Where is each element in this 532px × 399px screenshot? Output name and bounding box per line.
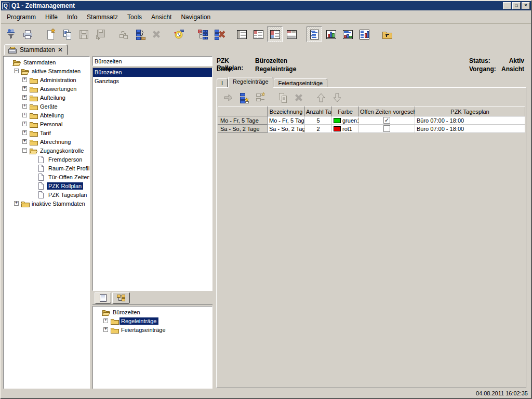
print-icon[interactable] bbox=[20, 26, 35, 42]
view-tab-orgtree-tab-icon[interactable] bbox=[112, 292, 130, 304]
close-button[interactable]: × bbox=[522, 2, 530, 9]
detail-toolbar bbox=[217, 89, 526, 107]
collapse-minus-icon[interactable]: − bbox=[22, 148, 27, 153]
detach-entry-icon bbox=[115, 26, 131, 42]
expand-plus-icon[interactable]: + bbox=[103, 318, 108, 323]
menu-ansicht[interactable]: Ansicht bbox=[147, 12, 176, 22]
tree-item-pzk-tagesplan[interactable]: PZK Tagesplan bbox=[5, 190, 89, 199]
filter-users-icon[interactable] bbox=[3, 26, 19, 42]
add-entry-icon[interactable] bbox=[237, 90, 251, 105]
tree-item-administration[interactable]: +Administration bbox=[5, 75, 89, 84]
tree-item-zugangskontrolle[interactable]: −Zugangskontrolle bbox=[5, 146, 89, 155]
delete-list-icon[interactable] bbox=[211, 26, 227, 42]
tree-item-aktive-stammdaten[interactable]: −aktive Stammdaten bbox=[5, 66, 89, 75]
expand-plus-icon[interactable]: + bbox=[103, 327, 108, 332]
column-header-Bezeichnung[interactable]: Bezeichnung bbox=[268, 107, 305, 116]
folder-closed-icon bbox=[29, 129, 38, 137]
detail-header: PZK Rollplan: Bürozeiten Liste: Regelein… bbox=[217, 57, 528, 74]
detail-tab-feiertagseinträge[interactable]: Feiertagseinträge bbox=[274, 78, 328, 88]
tree-item-aufteilung[interactable]: +Aufteilung bbox=[5, 93, 89, 102]
tree-item-regeleinträge[interactable]: +Regeleinträge bbox=[94, 316, 212, 325]
column-header-Offen Zeiten vorgesehen[interactable]: Offen Zeiten vorgesehen bbox=[359, 107, 415, 116]
layout-top-icon[interactable] bbox=[284, 26, 299, 42]
tree-item-raum-zeit-profil[interactable]: Raum-Zeit Profil bbox=[5, 164, 89, 172]
list-view-icon[interactable] bbox=[307, 26, 322, 42]
detail-tab-regeleinträge[interactable]: Regeleinträge bbox=[228, 77, 273, 88]
tree-item-auswertungen[interactable]: +Auswertungen bbox=[5, 84, 89, 93]
copy-icon[interactable] bbox=[59, 26, 75, 42]
folder-closed-icon bbox=[110, 326, 119, 334]
detail-tab-i[interactable]: I bbox=[217, 78, 228, 88]
expand-plus-icon[interactable]: + bbox=[22, 130, 27, 135]
layout-columns-icon[interactable] bbox=[267, 26, 283, 42]
expand-plus-icon[interactable]: + bbox=[22, 86, 27, 91]
delete-icon bbox=[149, 26, 164, 42]
row-header[interactable]: Mo - Fr, 5 Tage bbox=[218, 116, 268, 125]
detail-body: BezeichnungAnzahl TageFarbeOffen Zeiten … bbox=[216, 87, 526, 388]
bar-chart-icon[interactable] bbox=[323, 26, 339, 42]
tree-item-feiertagseinträge[interactable]: +Feiertagseinträge bbox=[94, 325, 212, 334]
restore-button[interactable]: ❏ bbox=[512, 2, 521, 9]
record-filter-input[interactable] bbox=[92, 56, 212, 66]
history-clock-icon[interactable] bbox=[171, 26, 187, 42]
list-item-bürozeiten[interactable]: Bürozeiten bbox=[93, 68, 212, 77]
tree-item-geräte[interactable]: +Geräte bbox=[5, 102, 89, 111]
expand-plus-icon[interactable]: + bbox=[22, 104, 27, 109]
app-window: Q Q1 - Zeitmanagement _ ❏ × ProgrammHilf… bbox=[0, 0, 532, 399]
column-header-PZK Tagesplan[interactable]: PZK Tagesplan bbox=[415, 107, 525, 116]
folder-open-icon bbox=[21, 68, 30, 75]
expand-plus-icon[interactable]: + bbox=[22, 95, 27, 100]
menu-tools[interactable]: Tools bbox=[123, 12, 147, 22]
view-tab-table-tab-icon[interactable] bbox=[95, 292, 111, 304]
tree-item-label: Administration bbox=[38, 76, 78, 84]
layout-left-icon[interactable] bbox=[234, 26, 249, 42]
tree-item-abteilung[interactable]: +Abteilung bbox=[5, 111, 89, 119]
record-list: BürozeitenGanztags bbox=[92, 68, 212, 291]
list-chart-icon[interactable] bbox=[356, 26, 372, 42]
column-header-Farbe[interactable]: Farbe bbox=[332, 107, 359, 116]
menu-programm[interactable]: Programm bbox=[2, 12, 41, 22]
stammdaten-tree-panel: Stammdaten−aktive Stammdaten+Administrat… bbox=[3, 56, 90, 389]
expand-plus-icon[interactable]: + bbox=[22, 77, 27, 82]
minimize-button[interactable]: _ bbox=[503, 2, 511, 9]
exit-folder-icon[interactable] bbox=[379, 26, 395, 42]
status-bar: 04.08.2011 16:02:35 bbox=[1, 389, 531, 398]
reorder-entries-icon[interactable] bbox=[132, 26, 148, 42]
table-row[interactable]: Sa - So, 2 TageSa - So, 2 Tage2rot1Büro … bbox=[218, 125, 525, 133]
tree-item-fremdperson[interactable]: Fremdperson bbox=[5, 155, 89, 164]
menu-navigation[interactable]: Navigation bbox=[176, 12, 215, 22]
expand-plus-icon[interactable]: + bbox=[14, 201, 19, 206]
list-item-ganztags[interactable]: Ganztags bbox=[93, 77, 212, 86]
tree-item-abrechnung[interactable]: +Abrechnung bbox=[5, 137, 89, 146]
detail-title-value: Bürozeiten bbox=[255, 57, 287, 65]
new-document-icon[interactable] bbox=[43, 26, 58, 42]
row-header[interactable]: Sa - So, 2 Tage bbox=[218, 125, 268, 133]
middle-view-tabs bbox=[92, 292, 212, 305]
tree-item-inaktive-stammdaten[interactable]: +inaktive Stammdaten bbox=[5, 199, 89, 208]
tree-item-personal[interactable]: +Personal bbox=[5, 119, 89, 128]
table-row[interactable]: Mo - Fr, 5 TageMo - Fr, 5 Tage5gruen1✓Bü… bbox=[218, 116, 525, 125]
tree-item-tür-offen-zeiten[interactable]: Tür-Offen Zeiten bbox=[5, 172, 89, 181]
tree-item-pzk-rollplan[interactable]: PZK Rollplan bbox=[5, 181, 89, 190]
chart-rows-icon[interactable] bbox=[340, 26, 355, 42]
tree-item-bürozeiten[interactable]: Bürozeiten bbox=[94, 308, 212, 316]
menu-stammsatz[interactable]: Stammsatz bbox=[82, 12, 123, 22]
column-header-Anzahl Tage[interactable]: Anzahl Tage bbox=[305, 107, 332, 116]
tab-close-icon[interactable]: ✕ bbox=[58, 46, 63, 54]
tree-item-stammdaten[interactable]: Stammdaten bbox=[5, 58, 89, 66]
doc-icon bbox=[37, 182, 47, 190]
tab-stammdaten[interactable]: Stammdaten ✕ bbox=[4, 44, 68, 55]
checkbox[interactable] bbox=[383, 125, 390, 132]
expand-plus-icon[interactable]: + bbox=[22, 113, 27, 117]
folder-closed-icon bbox=[29, 76, 38, 84]
menu-info[interactable]: Info bbox=[62, 12, 82, 22]
column-header-rowselector[interactable] bbox=[218, 107, 268, 116]
menu-hilfe[interactable]: Hilfe bbox=[41, 12, 62, 22]
layout-topleft-icon[interactable] bbox=[250, 26, 266, 42]
expand-plus-icon[interactable]: + bbox=[22, 122, 27, 126]
tree-structure-icon[interactable] bbox=[194, 26, 210, 42]
collapse-minus-icon[interactable]: − bbox=[14, 69, 19, 73]
expand-plus-icon[interactable]: + bbox=[22, 139, 27, 144]
tree-item-tarif[interactable]: +Tarif bbox=[5, 128, 89, 137]
checkbox[interactable]: ✓ bbox=[383, 117, 390, 124]
